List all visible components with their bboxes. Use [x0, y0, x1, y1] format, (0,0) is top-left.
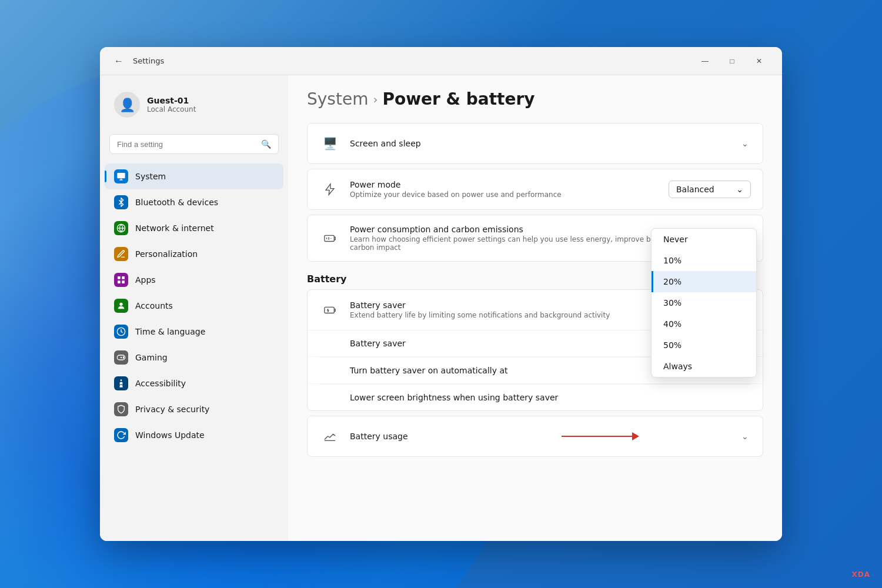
svg-rect-8 [122, 280, 125, 283]
dropdown-item-20%[interactable]: 20% [652, 271, 756, 292]
accessibility-nav-icon [114, 376, 128, 390]
user-profile[interactable]: 👤 Guest-01 Local Account [105, 85, 283, 125]
accessibility-nav-label: Accessibility [135, 379, 186, 388]
svg-rect-0 [117, 173, 125, 178]
sidebar-item-time[interactable]: Time & language [105, 319, 283, 345]
network-nav-label: Network & internet [135, 223, 214, 233]
apps-nav-icon [114, 273, 128, 287]
power-mode-desc: Optimize your device based on power use … [350, 191, 659, 199]
power-mode-card: Power mode Optimize your device based on… [307, 169, 763, 210]
battery-saver-icon [319, 299, 340, 320]
turn-on-at-row: Turn battery saver on automatically at N… [308, 358, 763, 384]
lower-brightness-row: Lower screen brightness when using batte… [308, 385, 763, 410]
power-consumption-icon [319, 228, 340, 249]
dropdown-item-10%[interactable]: 10% [652, 250, 756, 271]
dropdown-item-Always[interactable]: Always [652, 356, 756, 377]
system-nav-label: System [135, 172, 166, 181]
close-button[interactable]: ✕ [746, 52, 773, 71]
sidebar-item-apps[interactable]: Apps [105, 267, 283, 293]
screen-sleep-card: 🖥️ Screen and sleep ⌄ [307, 123, 763, 164]
user-info: Guest-01 Local Account [147, 96, 196, 113]
window-title: Settings [133, 56, 691, 65]
svg-rect-5 [118, 276, 121, 279]
maximize-button[interactable]: □ [719, 52, 746, 71]
screen-sleep-chevron[interactable]: ⌄ [739, 136, 751, 151]
dropdown-item-40%[interactable]: 40% [652, 313, 756, 335]
screen-sleep-control: ⌄ [739, 136, 751, 151]
breadcrumb-separator: › [373, 92, 377, 106]
dropdown-item-50%[interactable]: 50% [652, 335, 756, 356]
right-panel: System › Power & battery 🖥️ Screen and s… [288, 75, 782, 541]
xda-watermark: XDA [852, 570, 871, 579]
time-nav-label: Time & language [135, 327, 205, 336]
window-controls: — □ ✕ [691, 52, 773, 71]
sidebar: 👤 Guest-01 Local Account 🔍 System Blueto… [100, 75, 288, 541]
power-mode-icon [319, 179, 340, 200]
arrow-line [562, 436, 632, 437]
privacy-nav-icon [114, 402, 128, 416]
accounts-nav-icon [114, 299, 128, 313]
back-button[interactable]: ← [109, 52, 128, 71]
update-nav-icon [114, 428, 128, 442]
arrow-head [632, 432, 639, 440]
battery-usage-label: Battery usage [350, 432, 730, 441]
nav-list: System Bluetooth & devices Network & int… [105, 163, 283, 448]
battery-usage-chevron[interactable]: ⌄ [739, 429, 751, 443]
dropdown-item-30%[interactable]: 30% [652, 292, 756, 313]
power-mode-control[interactable]: Balanced ⌄ [669, 181, 751, 198]
battery-usage-row[interactable]: Battery usage ⌄ [308, 416, 763, 456]
sidebar-item-update[interactable]: Windows Update [105, 422, 283, 448]
apps-nav-label: Apps [135, 275, 156, 285]
battery-saver-expanded: Battery saver Turn battery saver on auto… [308, 330, 763, 410]
svg-rect-21 [325, 307, 335, 313]
user-type: Local Account [147, 105, 196, 113]
accounts-nav-label: Accounts [135, 301, 173, 310]
power-mode-label: Power mode [350, 180, 659, 189]
gaming-nav-label: Gaming [135, 353, 168, 362]
minimize-button[interactable]: — [691, 52, 719, 71]
power-mode-row[interactable]: Power mode Optimize your device based on… [308, 169, 763, 209]
sidebar-item-system[interactable]: System [105, 163, 283, 189]
settings-window: ← Settings — □ ✕ 👤 Guest-01 Local Accoun… [100, 47, 782, 541]
breadcrumb-current: Power & battery [382, 89, 534, 109]
battery-usage-icon [319, 426, 340, 447]
battery-saver-card: Battery saver Extend battery life by lim… [307, 289, 763, 411]
lower-brightness-label: Lower screen brightness when using batte… [350, 393, 558, 402]
red-arrow [562, 431, 639, 442]
screen-sleep-icon: 🖥️ [319, 133, 340, 154]
system-nav-icon [114, 169, 128, 183]
power-mode-select[interactable]: Balanced ⌄ [669, 181, 751, 198]
power-mode-text: Power mode Optimize your device based on… [350, 180, 659, 199]
bluetooth-nav-icon [114, 195, 128, 209]
battery-usage-card: Battery usage ⌄ [307, 416, 763, 457]
sidebar-item-accessibility[interactable]: Accessibility [105, 370, 283, 396]
turn-on-at-label: Turn battery saver on automatically at [350, 366, 508, 375]
search-box[interactable]: 🔍 [109, 134, 279, 154]
battery-saver-sub-label: Battery saver [350, 339, 406, 348]
screen-sleep-row[interactable]: 🖥️ Screen and sleep ⌄ [308, 123, 763, 163]
screen-sleep-label: Screen and sleep [350, 139, 730, 148]
sidebar-item-gaming[interactable]: Gaming [105, 345, 283, 370]
search-input[interactable] [117, 140, 256, 149]
main-content: 👤 Guest-01 Local Account 🔍 System Blueto… [100, 75, 782, 541]
dropdown-list: Never10%20%30%40%50%Always [652, 229, 756, 377]
battery-dropdown: Never10%20%30%40%50%Always [651, 228, 757, 377]
personalization-nav-label: Personalization [135, 249, 198, 259]
sidebar-item-bluetooth[interactable]: Bluetooth & devices [105, 189, 283, 215]
power-mode-value: Balanced [676, 185, 714, 194]
svg-point-15 [123, 358, 123, 358]
gaming-nav-icon [114, 350, 128, 365]
user-name: Guest-01 [147, 96, 196, 105]
screen-sleep-text: Screen and sleep [350, 139, 730, 148]
title-bar: ← Settings — □ ✕ [100, 47, 782, 75]
sidebar-item-accounts[interactable]: Accounts [105, 293, 283, 319]
sidebar-item-network[interactable]: Network & internet [105, 215, 283, 241]
network-nav-icon [114, 221, 128, 235]
dropdown-item-Never[interactable]: Never [652, 229, 756, 250]
sidebar-item-personalization[interactable]: Personalization [105, 241, 283, 267]
avatar-icon: 👤 [119, 98, 135, 112]
update-nav-label: Windows Update [135, 430, 205, 440]
svg-rect-7 [118, 280, 121, 283]
time-nav-icon [114, 325, 128, 339]
sidebar-item-privacy[interactable]: Privacy & security [105, 396, 283, 422]
